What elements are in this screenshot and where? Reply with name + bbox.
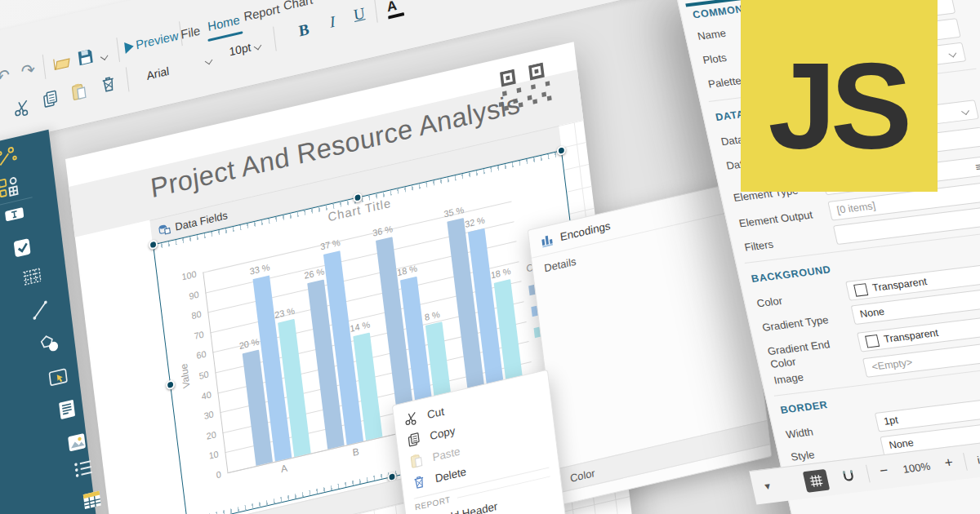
zoom-level[interactable]: 100% <box>902 460 931 476</box>
grid-toggle-button[interactable] <box>803 469 830 493</box>
y-axis-tick: 10 <box>188 449 219 466</box>
zoom-in-button[interactable]: + <box>943 454 955 472</box>
font-size-dropdown[interactable] <box>254 37 261 52</box>
zoom-out-button[interactable]: − <box>878 463 889 480</box>
y-axis-tick: 20 <box>185 429 216 446</box>
snap-magnet-button[interactable] <box>840 468 858 484</box>
encodings-section-color[interactable]: Color <box>558 420 770 493</box>
font-size-select[interactable]: 10pt <box>229 40 252 58</box>
prop-bgcolor-label: Color <box>755 286 848 310</box>
cut-icon <box>403 410 420 428</box>
section-background[interactable]: BACKGROUND <box>751 264 832 285</box>
save-dropdown[interactable] <box>100 47 108 63</box>
rich-text-tool-icon[interactable] <box>55 396 80 423</box>
font-family-select[interactable]: Arial <box>146 64 170 82</box>
preview-button[interactable]: Preview <box>135 28 179 51</box>
section-common[interactable]: COMMON <box>692 3 745 20</box>
javascript-logo-text: JS <box>768 36 906 177</box>
chart-bar-label: 36 % <box>364 222 400 240</box>
chart-bar-label: 32 % <box>457 213 492 231</box>
cut-button[interactable] <box>12 97 32 119</box>
unit-select[interactable]: in <box>976 454 980 467</box>
delete-button[interactable] <box>99 73 118 95</box>
y-axis-tick: 40 <box>180 389 212 406</box>
picture-tool-icon[interactable] <box>65 428 90 456</box>
font-color-button[interactable]: A <box>386 0 398 14</box>
y-axis-tick: 60 <box>176 349 207 366</box>
y-axis-tick: 70 <box>173 329 204 346</box>
shapes-tool-icon[interactable] <box>38 330 63 358</box>
paste-icon <box>408 452 425 470</box>
y-axis-tick: 0 <box>190 469 221 486</box>
y-axis-tick: 100 <box>166 268 197 286</box>
paste-button[interactable] <box>69 81 89 103</box>
save-button[interactable] <box>76 47 96 69</box>
prop-filters-label: Filters <box>743 231 835 255</box>
bold-button[interactable]: B <box>298 20 310 41</box>
tab-chart[interactable]: Chart <box>283 0 314 13</box>
transparent-swatch <box>853 283 868 297</box>
table-tool-icon[interactable] <box>20 264 45 291</box>
tab-file[interactable]: File <box>180 23 201 41</box>
x-axis-category: B <box>352 445 360 459</box>
transparent-swatch <box>865 334 880 348</box>
y-axis-tick: 90 <box>168 289 199 306</box>
tab-home[interactable]: Home <box>207 12 240 33</box>
encodings-title: Encodings <box>559 219 611 243</box>
preview-play-icon[interactable] <box>124 41 134 54</box>
y-axis-tick: 30 <box>183 409 214 426</box>
encodings-icon <box>539 232 555 249</box>
collapse-caret[interactable]: ▾ <box>764 480 772 493</box>
chart-bar-label: 37 % <box>312 236 348 254</box>
open-button[interactable] <box>51 52 71 74</box>
delete-icon <box>411 473 427 491</box>
y-axis-tick: 80 <box>171 309 202 326</box>
data-fields-icon <box>158 222 171 237</box>
undo-button[interactable]: ↶ <box>0 65 11 88</box>
copy-button[interactable] <box>41 88 60 110</box>
magic-wand-icon[interactable] <box>0 142 20 170</box>
x-axis-category: A <box>280 463 288 476</box>
tab-home-underline <box>207 31 243 42</box>
copy-icon <box>406 431 422 449</box>
select-tool-icon[interactable] <box>46 364 71 392</box>
javascript-logo: JS <box>741 0 938 192</box>
section-border[interactable]: BORDER <box>779 399 828 416</box>
add-widget-icon[interactable] <box>0 173 20 201</box>
tab-report[interactable]: Report <box>243 2 280 24</box>
checkbox-tool-icon[interactable] <box>11 233 36 261</box>
prop-width-label: Width <box>785 418 877 441</box>
label-tool-icon[interactable] <box>2 201 28 228</box>
grid-tool-icon[interactable] <box>80 486 105 514</box>
y-axis-title: Value <box>178 362 192 389</box>
prop-gradienttype-label: Gradient Type <box>761 311 853 335</box>
underline-button[interactable]: U <box>353 4 366 24</box>
line-tool-icon[interactable] <box>28 296 53 324</box>
italic-button[interactable]: I <box>329 12 336 31</box>
chart-bar-label: 33 % <box>242 260 278 278</box>
redo-button[interactable]: ↷ <box>20 59 37 82</box>
prop-elementoutput-label: Element Output <box>738 206 831 230</box>
font-family-dropdown[interactable] <box>205 51 212 67</box>
